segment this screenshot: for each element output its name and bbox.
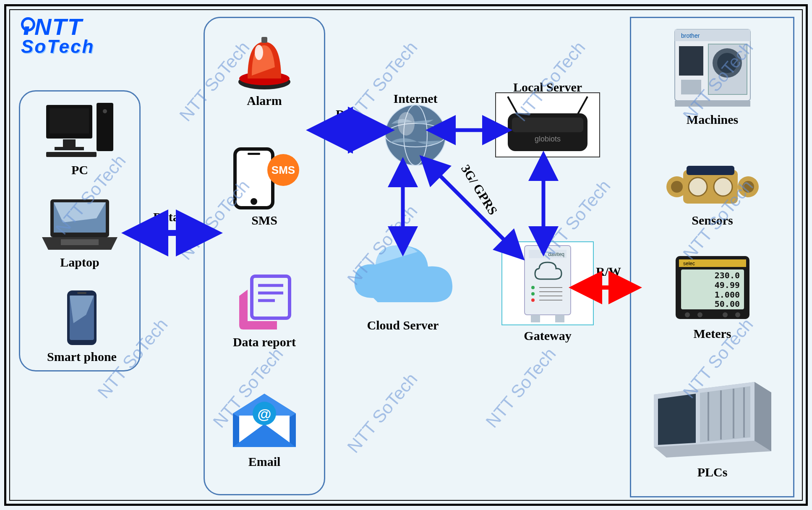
svg-point-48: [531, 286, 535, 289]
svg-point-71: [714, 178, 732, 196]
svg-point-84: [723, 312, 728, 317]
email-label: Email: [218, 455, 311, 469]
node-alarm: Alarm: [218, 29, 311, 108]
node-machines: brother Machines: [640, 25, 785, 127]
sms-icon: SMS: [218, 147, 311, 210]
svg-point-5: [103, 109, 107, 113]
logo-bottom: SoTech: [21, 38, 94, 55]
laptop-icon: [34, 197, 126, 252]
sensors-icon: [640, 147, 785, 210]
svg-text:230.0: 230.0: [714, 270, 739, 280]
svg-rect-56: [555, 315, 564, 322]
svg-rect-3: [55, 147, 84, 150]
svg-rect-65: [675, 101, 750, 107]
node-laptop: Laptop: [34, 197, 126, 269]
localserver-label: Local Server: [495, 80, 600, 94]
svg-point-83: [697, 312, 702, 317]
svg-text:49.99: 49.99: [714, 280, 739, 290]
node-datareport: Data report: [218, 273, 311, 349]
svg-rect-69: [687, 166, 734, 175]
node-localserver: Local Server globiots: [495, 92, 600, 157]
node-meters: selec 230.0 49.99 1.000 50.00 Meters: [640, 252, 785, 341]
svg-marker-89: [658, 394, 696, 445]
alarm-label: Alarm: [218, 94, 311, 108]
datareport-icon: [218, 273, 311, 332]
node-cloud: Cloud Server: [348, 235, 457, 332]
sms-label: SMS: [218, 213, 311, 228]
svg-rect-1: [50, 108, 89, 133]
svg-rect-22: [248, 153, 260, 155]
svg-point-73: [742, 181, 754, 193]
svg-text:daviteq: daviteq: [548, 251, 564, 257]
svg-text:globiots: globiots: [535, 135, 561, 143]
node-pc: PC: [34, 101, 126, 177]
node-sms: SMS SMS: [218, 147, 311, 228]
plcs-label: PLCs: [640, 465, 785, 479]
svg-point-85: [735, 312, 740, 317]
meters-label: Meters: [640, 327, 785, 341]
svg-text:selec: selec: [683, 261, 695, 267]
datareport-label: Data report: [218, 335, 311, 349]
gateway-label: Gateway: [501, 329, 594, 343]
cloud-label: Cloud Server: [348, 318, 457, 332]
svg-point-67: [671, 181, 683, 193]
svg-point-50: [531, 298, 535, 302]
svg-rect-25: [252, 276, 290, 318]
svg-text:SMS: SMS: [272, 164, 295, 176]
cloud-icon: [348, 235, 457, 315]
logo: NTT SoTech: [18, 15, 94, 55]
svg-point-39: [398, 112, 415, 136]
meters-icon: selec 230.0 49.99 1.000 50.00: [640, 252, 785, 323]
arrow-label-rw: R/W: [596, 264, 621, 279]
logo-top: NTT: [34, 16, 83, 37]
svg-line-41: [577, 97, 587, 115]
laptop-label: Laptop: [34, 255, 126, 269]
sensors-label: Sensors: [640, 213, 785, 228]
internet-icon: [367, 103, 464, 168]
node-gateway: daviteq Gateway: [501, 241, 594, 343]
svg-point-70: [689, 178, 707, 196]
svg-point-18: [255, 45, 263, 60]
svg-line-40: [508, 97, 518, 115]
node-plcs: PLCs: [640, 369, 785, 479]
smartphone-icon: [38, 290, 126, 346]
node-sensors: Sensors: [640, 147, 785, 228]
internet-label: Internet: [367, 92, 464, 106]
svg-rect-15: [77, 292, 86, 294]
svg-point-82: [685, 312, 690, 317]
svg-point-49: [531, 292, 535, 296]
svg-rect-43: [512, 118, 583, 132]
email-icon: @: [218, 390, 311, 451]
arrow-label-data2: Data: [336, 107, 362, 121]
svg-rect-64: [681, 80, 701, 94]
alarm-icon: [218, 29, 311, 90]
svg-point-21: [251, 198, 257, 205]
svg-text:50.00: 50.00: [714, 299, 739, 309]
svg-point-62: [717, 53, 737, 73]
node-smartphone: Smart phone: [38, 290, 126, 364]
svg-rect-2: [63, 139, 76, 147]
svg-text:1.000: 1.000: [714, 290, 739, 300]
node-email: @ Email: [218, 390, 311, 469]
machines-icon: brother: [640, 25, 785, 109]
machines-label: Machines: [640, 112, 785, 127]
pc-icon: [34, 101, 126, 160]
svg-text:brother: brother: [681, 32, 700, 39]
svg-rect-63: [679, 46, 703, 76]
svg-rect-55: [531, 315, 540, 322]
smartphone-label: Smart phone: [38, 350, 126, 364]
arrow-label-data1: Data: [153, 210, 179, 224]
svg-rect-6: [46, 152, 97, 157]
svg-text:@: @: [257, 406, 271, 422]
pc-label: PC: [34, 163, 126, 177]
svg-rect-11: [61, 239, 99, 245]
node-internet: Internet: [367, 103, 464, 168]
gateway-icon: daviteq: [501, 241, 594, 325]
svg-marker-88: [755, 382, 771, 451]
localserver-icon: globiots: [495, 92, 600, 157]
plcs-icon: [640, 369, 785, 462]
svg-rect-19: [261, 37, 267, 43]
